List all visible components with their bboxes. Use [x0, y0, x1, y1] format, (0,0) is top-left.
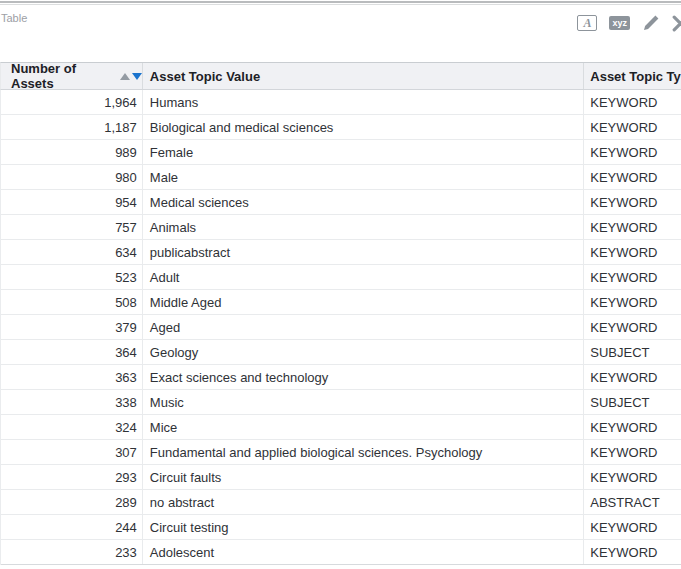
cell-asset-topic-value: Biological and medical sciences: [143, 115, 584, 139]
toolbar-icon-group: A xyz: [577, 13, 681, 33]
cell-asset-topic-value: Medical sciences: [143, 190, 584, 214]
table-row[interactable]: 363 Exact sciences and technology KEYWOR…: [1, 365, 681, 390]
cell-asset-topic-type: KEYWORD: [584, 115, 681, 139]
table-row[interactable]: 634 publicabstract KEYWORD: [1, 240, 681, 265]
cell-asset-topic-value: no abstract: [143, 490, 584, 514]
cell-asset-topic-value: Adolescent: [143, 540, 584, 564]
cell-asset-topic-type: SUBJECT: [584, 390, 681, 414]
table-row[interactable]: 757 Animals KEYWORD: [1, 215, 681, 240]
panel-title: Table: [1, 12, 27, 24]
table-row[interactable]: 338 Music SUBJECT: [1, 390, 681, 415]
table-visualization-panel: Table A xyz Number of Assets: [0, 0, 681, 569]
abc-text-format-icon[interactable]: xyz: [609, 16, 630, 30]
cell-asset-topic-type: KEYWORD: [584, 215, 681, 239]
column-header-label: Asset Topic Type: [590, 69, 681, 84]
table-row[interactable]: 379 Aged KEYWORD: [1, 315, 681, 340]
cell-asset-topic-type: KEYWORD: [584, 465, 681, 489]
cell-asset-topic-value: publicabstract: [143, 240, 584, 264]
cell-asset-topic-value: Adult: [143, 265, 584, 289]
table-body: 1,964 Humans KEYWORD 1,187 Biological an…: [0, 90, 681, 565]
cell-number-of-assets: 1,964: [1, 90, 143, 114]
cell-number-of-assets: 293: [1, 465, 143, 489]
cell-number-of-assets: 233: [1, 540, 143, 564]
cell-asset-topic-type: KEYWORD: [584, 540, 681, 564]
table-row[interactable]: 233 Adolescent KEYWORD: [1, 540, 681, 565]
cell-number-of-assets: 954: [1, 190, 143, 214]
cell-number-of-assets: 363: [1, 365, 143, 389]
table-row[interactable]: 1,964 Humans KEYWORD: [1, 90, 681, 115]
close-icon[interactable]: [672, 15, 681, 32]
cell-number-of-assets: 634: [1, 240, 143, 264]
cell-asset-topic-type: KEYWORD: [584, 90, 681, 114]
cell-asset-topic-value: Fundamental and applied biological scien…: [143, 440, 584, 464]
table-row[interactable]: 293 Circuit faults KEYWORD: [1, 465, 681, 490]
table-row[interactable]: 989 Female KEYWORD: [1, 140, 681, 165]
cell-asset-topic-type: ABSTRACT: [584, 490, 681, 514]
cell-asset-topic-value: Humans: [143, 90, 584, 114]
cell-asset-topic-value: Female: [143, 140, 584, 164]
column-header-number-of-assets[interactable]: Number of Assets: [1, 63, 143, 89]
column-header-asset-topic-type[interactable]: Asset Topic Type: [584, 63, 681, 89]
cell-asset-topic-value: Music: [143, 390, 584, 414]
cell-number-of-assets: 1,187: [1, 115, 143, 139]
cell-asset-topic-type: KEYWORD: [584, 415, 681, 439]
cell-number-of-assets: 523: [1, 265, 143, 289]
cell-number-of-assets: 379: [1, 315, 143, 339]
cell-asset-topic-value: Mice: [143, 415, 584, 439]
table-row[interactable]: 980 Male KEYWORD: [1, 165, 681, 190]
table-row[interactable]: 508 Middle Aged KEYWORD: [1, 290, 681, 315]
cell-asset-topic-type: KEYWORD: [584, 515, 681, 539]
cell-asset-topic-type: KEYWORD: [584, 240, 681, 264]
cell-asset-topic-type: SUBJECT: [584, 340, 681, 364]
cell-asset-topic-type: KEYWORD: [584, 440, 681, 464]
cell-number-of-assets: 757: [1, 215, 143, 239]
cell-number-of-assets: 244: [1, 515, 143, 539]
cell-number-of-assets: 338: [1, 390, 143, 414]
table-row[interactable]: 324 Mice KEYWORD: [1, 415, 681, 440]
cell-asset-topic-value: Middle Aged: [143, 290, 584, 314]
cell-number-of-assets: 307: [1, 440, 143, 464]
cell-number-of-assets: 324: [1, 415, 143, 439]
sort-ascending-icon[interactable]: [120, 73, 130, 80]
cell-asset-topic-value: Geology: [143, 340, 584, 364]
table-row[interactable]: 289 no abstract ABSTRACT: [1, 490, 681, 515]
table-row[interactable]: 523 Adult KEYWORD: [1, 265, 681, 290]
column-header-asset-topic-value[interactable]: Asset Topic Value: [143, 63, 584, 89]
window-edge-line: [0, 1, 681, 3]
cell-number-of-assets: 989: [1, 140, 143, 164]
table-row[interactable]: 307 Fundamental and applied biological s…: [1, 440, 681, 465]
panel-toolbar: Table A xyz: [0, 5, 681, 62]
edit-pencil-icon[interactable]: [642, 14, 660, 32]
sort-icons: [120, 73, 142, 80]
cell-number-of-assets: 289: [1, 490, 143, 514]
table-row[interactable]: 954 Medical sciences KEYWORD: [1, 190, 681, 215]
cell-number-of-assets: 980: [1, 165, 143, 189]
column-header-label: Asset Topic Value: [150, 69, 260, 84]
cell-asset-topic-type: KEYWORD: [584, 165, 681, 189]
table-row[interactable]: 364 Geology SUBJECT: [1, 340, 681, 365]
table-header-row: Number of Assets Asset Topic Value Asset…: [0, 62, 681, 90]
font-format-icon[interactable]: A: [577, 15, 597, 31]
cell-number-of-assets: 364: [1, 340, 143, 364]
cell-asset-topic-type: KEYWORD: [584, 265, 681, 289]
cell-asset-topic-value: Exact sciences and technology: [143, 365, 584, 389]
cell-asset-topic-type: KEYWORD: [584, 365, 681, 389]
data-table: Number of Assets Asset Topic Value Asset…: [0, 62, 681, 565]
cell-asset-topic-type: KEYWORD: [584, 190, 681, 214]
sort-descending-icon[interactable]: [132, 73, 142, 80]
cell-asset-topic-type: KEYWORD: [584, 140, 681, 164]
cell-asset-topic-value: Male: [143, 165, 584, 189]
cell-asset-topic-value: Circuit testing: [143, 515, 584, 539]
cell-asset-topic-type: KEYWORD: [584, 290, 681, 314]
cell-number-of-assets: 508: [1, 290, 143, 314]
cell-asset-topic-type: KEYWORD: [584, 315, 681, 339]
table-row[interactable]: 244 Circuit testing KEYWORD: [1, 515, 681, 540]
cell-asset-topic-value: Animals: [143, 215, 584, 239]
cell-asset-topic-value: Aged: [143, 315, 584, 339]
table-row[interactable]: 1,187 Biological and medical sciences KE…: [1, 115, 681, 140]
cell-asset-topic-value: Circuit faults: [143, 465, 584, 489]
column-header-label: Number of Assets: [11, 61, 118, 91]
